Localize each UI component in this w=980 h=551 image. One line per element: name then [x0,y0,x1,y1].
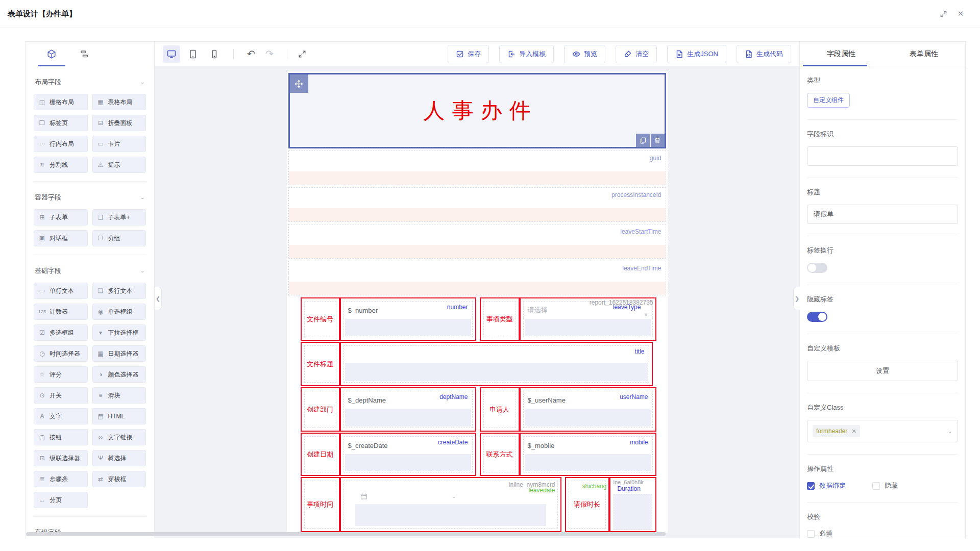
hidden-field-leaveStartTime[interactable]: leaveStartTime [288,224,666,259]
close-icon[interactable]: ✕ [953,7,968,21]
tab-structure[interactable] [72,42,96,66]
palette-item-transfer[interactable]: ⇄穿梭框 [92,471,146,487]
undo-icon[interactable]: ↶ [244,48,258,60]
tab-components[interactable] [40,42,63,66]
field-label-cell[interactable]: 创建部门 [301,387,340,432]
palette-item-grid-layout[interactable]: ◫栅格布局 [34,94,88,110]
chevron-down-icon: ⌄ [140,268,145,273]
palette-item-text-link[interactable]: ∞文字链接 [92,429,146,445]
field-duration-Duration[interactable]: ine_6ai0h8lrDuration [609,477,656,532]
palette-item-single-line-text[interactable]: ▭单行文本 [34,283,88,299]
palette-item-inline-layout[interactable]: ⋯行内布局 [34,136,88,152]
json-button[interactable]: 生成JSON [667,45,726,63]
palette-section-header[interactable]: 布局字段⌄ [34,73,146,88]
clear-button[interactable]: 清空 [616,45,657,63]
field-label-cell[interactable]: 创建日期 [301,433,340,476]
palette-item-counter[interactable]: 123计数器 [34,304,88,320]
palette-item-button[interactable]: ▢按钮 [34,429,88,445]
field-daterange-leavedate[interactable]: inline_nym8mcrdleavedate- [340,477,561,532]
tag-remove-icon[interactable]: ✕ [851,428,856,435]
palette-item-subform-plus[interactable]: ❏子表单+ [92,209,146,226]
label-wrap-toggle[interactable] [807,263,827,273]
field-label-cell[interactable]: 事项类型 [480,297,520,341]
field-input-title[interactable]: title [340,342,653,386]
collapse-props-handle[interactable]: ❯ [793,287,800,310]
rate-icon: ☆ [38,371,46,378]
import-button[interactable]: 导入模板 [499,45,554,63]
palette-item-alert[interactable]: ⚠提示 [92,157,146,173]
tab-form-properties[interactable]: 表单属性 [883,42,965,66]
field-input-createDate[interactable]: $_createDatecreateDate [340,433,476,476]
palette-item-group[interactable]: ☐分组 [92,230,146,246]
palette-item-slider[interactable]: ≡滑块 [92,387,146,404]
palette-item-rate[interactable]: ☆评分 [34,366,88,383]
single-line-text-icon: ▭ [38,287,46,294]
palette-item-radio-group[interactable]: ◉单选框组 [92,304,146,320]
palette-item-tabs[interactable]: ❐标签页 [34,115,88,131]
field-input-mobile[interactable]: $_mobilemobile [520,433,656,476]
palette-item-dialog[interactable]: ▣对话框 [34,230,88,246]
hidden-checkbox[interactable]: 隐藏 [872,481,898,490]
data-binding-checkbox[interactable]: 数据绑定 [807,481,846,490]
hide-label-toggle[interactable] [807,312,827,322]
horizontal-scrollbar[interactable] [26,532,800,536]
custom-class-select[interactable]: formheader ✕ ⌄ [807,420,958,442]
field-id-input[interactable] [807,146,958,166]
palette-item-collapse-panel[interactable]: ⊟折叠面板 [92,115,146,131]
field-label-cell[interactable]: 联系方式 [480,433,520,476]
palette-item-card[interactable]: ▭卡片 [92,136,146,152]
palette-item-pagination[interactable]: ↔分页 [34,492,88,508]
copy-component-icon[interactable] [636,134,650,147]
palette-item-tree-select[interactable]: Ψ树选择 [92,450,146,466]
field-input-userName[interactable]: $_userNameuserName [520,387,656,432]
field-input-deptName[interactable]: $_deptNamedeptName [340,387,476,432]
collapse-sidebar-handle[interactable]: ❮ [155,287,162,310]
palette-item-html[interactable]: ▤HTML [92,408,146,424]
palette-item-label: 子表单 [50,213,68,222]
palette-item-label: 行内布局 [50,140,74,148]
palette-item-checkbox-group[interactable]: ☑多选框组 [34,324,88,341]
palette-item-select[interactable]: ▾下拉选择框 [92,324,146,341]
field-label-cell[interactable]: 文件编号 [301,297,340,341]
title-input[interactable] [807,205,958,224]
expand-canvas-icon[interactable] [298,49,307,59]
palette-item-time-picker[interactable]: ◷时间选择器 [34,345,88,362]
palette-section-header[interactable]: 容器字段⌄ [34,189,146,203]
required-checkbox[interactable]: 必填 [807,529,958,538]
tablet-view-button[interactable] [184,45,202,63]
hidden-field-leaveEndTime[interactable]: leaveEndTime [288,261,666,295]
calendar-icon [360,493,368,500]
palette-item-color-picker[interactable]: ◑颜色选择器 [92,366,146,383]
field-label-cell[interactable]: shichang请假时长 [565,477,609,532]
field-input-number[interactable]: $_numbernumber [340,297,476,341]
palette-item-subform[interactable]: ⊞子表单 [34,209,88,226]
form-header-component-selected[interactable]: 人事办件 [288,73,666,148]
palette-item-date-picker[interactable]: ▦日期选择器 [92,345,146,362]
field-label-cell[interactable]: 事项时间 [301,477,340,532]
redo-icon[interactable]: ↷ [262,48,277,60]
phone-view-button[interactable] [206,45,223,63]
palette-item-table-layout[interactable]: ▦表格布局 [92,94,146,110]
field-label-cell[interactable]: 申请人 [480,387,520,432]
fullscreen-toggle-icon[interactable] [936,7,950,21]
palette-item-steps[interactable]: ≣步骤条 [34,471,88,487]
palette-item-multi-line-text[interactable]: ❏多行文本 [92,283,146,299]
preview-button[interactable]: 预览 [564,45,605,63]
hidden-field-guid[interactable]: guid [288,151,666,185]
scrollbar-thumb[interactable] [26,532,666,536]
palette-item-cascader[interactable]: ⊡级联选择器 [34,450,88,466]
delete-component-icon[interactable] [651,134,665,147]
palette-item-text[interactable]: A文字 [34,408,88,424]
field-label-cell[interactable]: 文件标题 [301,342,340,386]
hidden-field-processInstanceId[interactable]: processInstanceId [288,187,666,222]
code-button[interactable]: 生成代码 [737,45,791,63]
palette-section-header[interactable]: 基础字段⌄ [34,262,146,277]
palette-item-divider[interactable]: ≋分割线 [34,157,88,173]
desktop-view-button[interactable] [163,45,180,63]
palette-item-switch[interactable]: ⊙开关 [34,387,88,404]
tab-field-properties[interactable]: 字段属性 [800,42,883,66]
template-settings-button[interactable]: 设置 [807,361,958,381]
save-button[interactable]: 保存 [448,45,489,63]
drag-handle-icon[interactable] [290,74,308,93]
field-value: $_number [348,307,378,314]
